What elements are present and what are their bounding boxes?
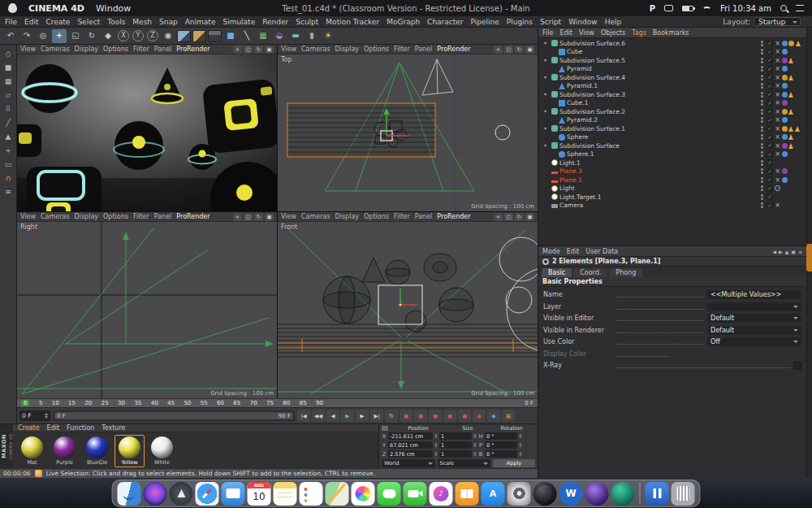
transport-button[interactable]: ● bbox=[443, 410, 456, 422]
viewport-menu-item[interactable]: Panel bbox=[154, 46, 172, 53]
toolbar-button[interactable]: ◎ bbox=[36, 29, 50, 43]
object-manager-menu-item[interactable]: Edit bbox=[559, 29, 572, 37]
app-store-dock-icon[interactable]: A bbox=[482, 482, 505, 506]
enabled-check-icon[interactable] bbox=[767, 185, 773, 192]
viewport-menu-item[interactable]: Options bbox=[364, 213, 389, 220]
visibility-dots-icon[interactable] bbox=[761, 92, 765, 98]
visibility-dots-icon[interactable] bbox=[761, 134, 765, 140]
viewport-canvas-front[interactable]: Front bbox=[278, 222, 538, 398]
object-tag-icon[interactable] bbox=[775, 75, 780, 80]
viewport-menu-item[interactable]: Panel bbox=[415, 213, 433, 220]
system-preferences-dock-icon[interactable] bbox=[508, 482, 531, 506]
facetime-dock-icon[interactable] bbox=[404, 482, 427, 506]
object-row[interactable]: Pyramid.1 bbox=[538, 82, 806, 91]
c4d-menu-item[interactable]: Plugins bbox=[507, 18, 533, 26]
c4d-menu-item[interactable]: MoGraph bbox=[387, 18, 420, 26]
object-tag-icon[interactable] bbox=[775, 49, 780, 54]
stepper-icon[interactable] bbox=[519, 434, 522, 438]
timeline-range-slider[interactable]: 0 F 90 F bbox=[53, 410, 295, 421]
material-menu-item[interactable]: Texture bbox=[102, 424, 125, 432]
object-row[interactable]: Light.Target.1 bbox=[538, 193, 806, 202]
visibility-dots-icon[interactable] bbox=[761, 194, 765, 200]
enabled-check-icon[interactable] bbox=[767, 108, 773, 115]
object-manager-menu-item[interactable]: Tags bbox=[632, 29, 646, 37]
user-data-menu[interactable]: User Data bbox=[585, 248, 618, 255]
transport-button[interactable]: ● bbox=[400, 410, 412, 422]
viewport-tool-icon[interactable]: ▣ bbox=[525, 46, 534, 54]
viewport-menu-item[interactable]: Filter bbox=[133, 46, 149, 53]
menubar-clock[interactable]: Fri 10:34 am bbox=[720, 4, 771, 13]
object-name[interactable]: Subdivision Surface.5 bbox=[559, 57, 759, 64]
visibility-dots-icon[interactable] bbox=[761, 66, 765, 72]
rotation-field[interactable]: 0 ° bbox=[485, 441, 517, 449]
object-tag-icon[interactable] bbox=[795, 126, 800, 132]
toolbar-button[interactable]: + bbox=[52, 29, 67, 43]
object-row[interactable]: Subdivision Surface.1 bbox=[538, 124, 806, 133]
object-tag-icon[interactable] bbox=[782, 109, 788, 115]
palette-button[interactable]: ∩ bbox=[2, 172, 15, 184]
content-browser-tab[interactable] bbox=[806, 244, 812, 271]
viewport-tool-icon[interactable]: + bbox=[494, 213, 503, 221]
transport-button[interactable]: ▤ bbox=[502, 410, 515, 422]
viewport-tool-icon[interactable]: ↻ bbox=[515, 46, 524, 54]
viewport-menu-item[interactable]: Options bbox=[103, 46, 128, 53]
palette-button[interactable]: ◇ bbox=[2, 47, 15, 59]
enabled-check-icon[interactable] bbox=[767, 40, 773, 46]
viewport-tool-icon[interactable]: + bbox=[233, 46, 242, 54]
attribute-tab[interactable]: Basic bbox=[542, 268, 572, 277]
object-tag-icon[interactable] bbox=[775, 58, 780, 63]
wifi-icon[interactable] bbox=[702, 7, 711, 14]
material-menu-item[interactable]: Create bbox=[18, 424, 40, 432]
c4d-menu-item[interactable]: Edit bbox=[24, 18, 38, 26]
toolbar-button[interactable]: ↶ bbox=[3, 29, 18, 43]
launchpad-dock-icon[interactable] bbox=[170, 482, 193, 506]
material-preview[interactable] bbox=[21, 436, 43, 458]
frame-stepper-icon[interactable] bbox=[45, 413, 48, 419]
toolbar-button[interactable]: ▦ bbox=[256, 29, 270, 43]
stepper-icon[interactable] bbox=[519, 443, 522, 447]
object-tag-icon[interactable] bbox=[775, 92, 780, 98]
attribute-manager-icon[interactable]: ▣ bbox=[791, 249, 796, 254]
stepper-icon[interactable] bbox=[434, 443, 438, 447]
battery-icon[interactable] bbox=[682, 6, 693, 11]
viewport-menu-item[interactable]: View bbox=[20, 46, 36, 53]
object-tag-icon[interactable] bbox=[782, 49, 788, 54]
material-menu-item[interactable]: Edit bbox=[47, 424, 60, 432]
visibility-dots-icon[interactable] bbox=[761, 75, 765, 80]
object-tag-icon[interactable] bbox=[775, 143, 780, 149]
enabled-check-icon[interactable] bbox=[767, 142, 773, 149]
c4d-menu-item[interactable]: Script bbox=[540, 18, 561, 26]
viewport-tool-icon[interactable]: ◱ bbox=[244, 213, 253, 221]
attribute-manager-icon[interactable]: ▲ bbox=[785, 249, 789, 254]
expand-arrow-icon[interactable] bbox=[544, 41, 550, 46]
object-row[interactable]: Plane.1 bbox=[538, 176, 806, 185]
object-row[interactable]: Light.1 bbox=[538, 158, 806, 167]
rotation-field[interactable]: 0 ° bbox=[485, 432, 517, 440]
enabled-check-icon[interactable] bbox=[767, 151, 773, 158]
expand-arrow-icon[interactable] bbox=[544, 126, 550, 131]
attribute-manager-icon[interactable]: ◀ bbox=[772, 249, 776, 254]
object-tag-icon[interactable] bbox=[782, 100, 788, 106]
object-tag-icon[interactable] bbox=[788, 143, 793, 149]
object-manager-menu-item[interactable]: Objects bbox=[601, 29, 625, 37]
window-menu[interactable]: Window bbox=[96, 3, 131, 14]
enabled-check-icon[interactable] bbox=[767, 91, 773, 98]
c4d-menu-item[interactable]: Render bbox=[262, 18, 288, 26]
toolbar-button[interactable]: ◉ bbox=[161, 29, 175, 43]
object-tag-icon[interactable] bbox=[788, 92, 793, 98]
object-tag-icon[interactable] bbox=[782, 126, 788, 132]
messages-dock-icon[interactable] bbox=[378, 482, 401, 506]
viewport-tool-icon[interactable]: ◱ bbox=[504, 46, 513, 54]
object-row[interactable]: Subdivision Surface.2 bbox=[538, 107, 806, 116]
siri-dock-icon[interactable] bbox=[144, 482, 167, 506]
c4d-menu-item[interactable]: Create bbox=[46, 18, 71, 26]
transport-button[interactable]: ● bbox=[429, 410, 442, 422]
enabled-check-icon[interactable] bbox=[767, 49, 773, 55]
object-tag-icon[interactable] bbox=[782, 117, 788, 123]
palette-button[interactable]: ⠿ bbox=[2, 102, 15, 115]
object-tag-icon[interactable] bbox=[775, 109, 780, 115]
object-name[interactable]: Light bbox=[559, 185, 759, 192]
viewport-tool-icon[interactable]: ▣ bbox=[525, 213, 534, 221]
viewport-menu-item[interactable]: Filter bbox=[133, 213, 149, 220]
attribute-control[interactable]: Off bbox=[707, 337, 801, 346]
